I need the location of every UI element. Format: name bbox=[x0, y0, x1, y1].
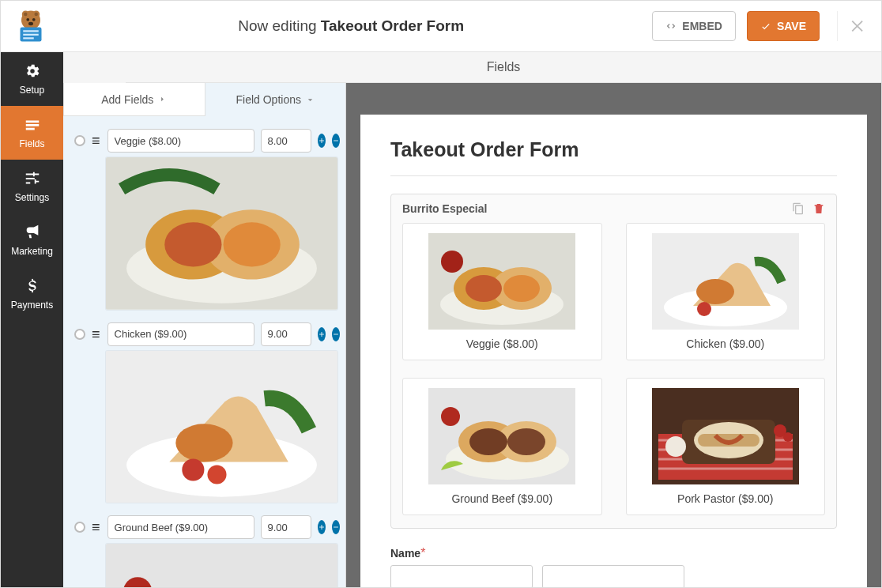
drag-handle-icon[interactable]: ≡ bbox=[92, 136, 101, 145]
choice-default-radio[interactable] bbox=[74, 522, 85, 533]
form-title: Takeout Order Form bbox=[390, 138, 837, 161]
minus-icon bbox=[332, 330, 340, 338]
nav-fields[interactable]: Fields bbox=[1, 106, 63, 160]
remove-choice-button[interactable] bbox=[332, 327, 340, 341]
food-image-ground-beef[interactable] bbox=[106, 544, 337, 587]
minus-icon bbox=[332, 523, 340, 531]
options-scroll[interactable]: ≡ bbox=[63, 116, 345, 587]
check-icon bbox=[760, 21, 771, 32]
nav-setup[interactable]: Setup bbox=[1, 52, 63, 106]
svg-rect-10 bbox=[23, 34, 39, 36]
choice-label-input[interactable] bbox=[107, 129, 254, 153]
section-title: Fields bbox=[126, 52, 881, 83]
choice-price-input[interactable] bbox=[261, 129, 311, 153]
svg-point-53 bbox=[507, 428, 545, 455]
choice-caption: Ground Beef ($9.00) bbox=[409, 492, 595, 505]
svg-point-5 bbox=[26, 18, 29, 21]
name-inputs bbox=[390, 565, 837, 587]
left-panel: Add Fields Field Options ≡ bbox=[63, 83, 346, 587]
required-mark: * bbox=[420, 546, 425, 560]
save-button[interactable]: SAVE bbox=[747, 11, 820, 41]
drag-handle-icon[interactable]: ≡ bbox=[92, 330, 101, 339]
choice-card[interactable]: Ground Beef ($9.00) bbox=[402, 378, 602, 515]
svg-point-42 bbox=[503, 275, 540, 302]
nav-payments-label: Payments bbox=[11, 300, 53, 311]
choice-card[interactable]: Chicken ($9.00) bbox=[626, 223, 826, 360]
embed-label: EMBED bbox=[682, 20, 722, 32]
form-icon bbox=[24, 116, 41, 134]
nav-payments[interactable]: Payments bbox=[1, 267, 63, 321]
topbar: Now editing Takeout Order Form EMBED SAV… bbox=[1, 1, 881, 52]
plus-icon bbox=[318, 330, 326, 338]
duplicate-icon[interactable] bbox=[792, 202, 805, 215]
tab-field-options[interactable]: Field Options bbox=[205, 83, 346, 116]
field-block-burrito[interactable]: Burrito Especial bbox=[390, 194, 837, 529]
choice-caption: Chicken ($9.00) bbox=[633, 337, 819, 350]
choice-default-radio[interactable] bbox=[74, 329, 85, 340]
choice-caption: Pork Pastor ($9.00) bbox=[633, 492, 819, 505]
field-tools bbox=[792, 202, 825, 215]
choice-image-wrap bbox=[74, 153, 337, 318]
svg-point-17 bbox=[224, 222, 281, 266]
embed-button[interactable]: EMBED bbox=[652, 11, 736, 41]
add-choice-button[interactable] bbox=[318, 520, 326, 534]
svg-point-21 bbox=[182, 458, 204, 481]
close-button[interactable] bbox=[837, 11, 867, 41]
panels: Add Fields Field Options ≡ bbox=[63, 83, 881, 587]
svg-point-54 bbox=[441, 407, 460, 426]
divider bbox=[390, 175, 837, 176]
remove-choice-button[interactable] bbox=[332, 520, 340, 534]
svg-point-43 bbox=[441, 251, 463, 273]
choice-label-input[interactable] bbox=[107, 322, 254, 346]
svg-point-22 bbox=[207, 465, 226, 484]
preview-canvas-outer[interactable]: Takeout Order Form Burrito Especial bbox=[346, 83, 881, 587]
last-name-input[interactable] bbox=[542, 565, 684, 587]
svg-point-7 bbox=[28, 22, 33, 26]
nav-marketing-label: Marketing bbox=[11, 246, 53, 257]
top-actions: EMBED SAVE bbox=[652, 11, 867, 41]
nav-settings-label: Settings bbox=[15, 192, 49, 203]
choice-price-input[interactable] bbox=[261, 515, 311, 539]
nav-fields-label: Fields bbox=[19, 138, 44, 149]
bullhorn-icon bbox=[24, 224, 41, 241]
svg-point-47 bbox=[697, 302, 711, 316]
choices-grid: Veggie ($8.00) bbox=[402, 223, 825, 515]
food-image-chicken[interactable] bbox=[106, 351, 337, 503]
tab-add-label: Add Fields bbox=[101, 93, 153, 106]
svg-point-20 bbox=[175, 424, 232, 462]
name-field[interactable]: Name* bbox=[390, 546, 837, 587]
choice-label-input[interactable] bbox=[107, 515, 254, 539]
plus-icon bbox=[318, 523, 326, 531]
chevron-down-icon bbox=[306, 96, 315, 104]
svg-point-4 bbox=[35, 13, 39, 17]
choice-row: ≡ bbox=[74, 515, 337, 539]
nav-settings[interactable]: Settings bbox=[1, 160, 63, 213]
wpforms-logo bbox=[12, 7, 50, 45]
main-layout: Setup Fields Settings Marketing Payments… bbox=[1, 52, 881, 587]
dollar-icon bbox=[24, 277, 41, 295]
first-name-input[interactable] bbox=[390, 565, 533, 587]
drag-handle-icon[interactable]: ≡ bbox=[92, 522, 101, 532]
tab-add-fields[interactable]: Add Fields bbox=[63, 83, 205, 116]
choice-default-radio[interactable] bbox=[74, 135, 85, 146]
svg-point-16 bbox=[164, 222, 221, 266]
food-image-chicken bbox=[652, 233, 799, 330]
chevron-right-icon bbox=[158, 95, 167, 104]
choice-card[interactable]: Veggie ($8.00) bbox=[402, 223, 602, 360]
tab-options-label: Field Options bbox=[236, 93, 301, 106]
food-image-veggie[interactable] bbox=[106, 157, 337, 310]
remove-choice-button[interactable] bbox=[332, 134, 340, 148]
choice-card[interactable]: Pork Pastor ($9.00) bbox=[626, 378, 826, 515]
minus-icon bbox=[332, 137, 340, 145]
food-image-ground-beef bbox=[428, 388, 575, 484]
svg-point-3 bbox=[24, 13, 28, 17]
add-choice-button[interactable] bbox=[318, 327, 326, 341]
choice-price-input[interactable] bbox=[261, 322, 311, 346]
field-label: Burrito Especial bbox=[402, 202, 487, 215]
nav-marketing[interactable]: Marketing bbox=[1, 213, 63, 267]
trash-icon[interactable] bbox=[812, 202, 825, 215]
add-choice-button[interactable] bbox=[318, 134, 326, 148]
code-icon bbox=[665, 21, 677, 32]
svg-rect-11 bbox=[23, 37, 34, 39]
editing-prefix: Now editing bbox=[238, 17, 321, 34]
